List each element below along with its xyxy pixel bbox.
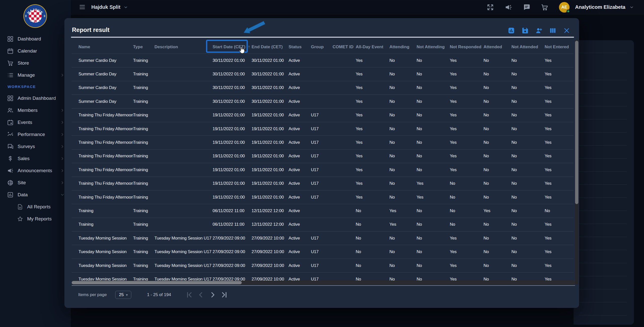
sidebar-item-performance[interactable]: Performance <box>0 128 71 141</box>
sidebar-item-announcements[interactable]: Announcements <box>0 165 71 177</box>
sidebar-item-dashboard[interactable]: Dashboard <box>0 33 71 45</box>
table-cell: Yes <box>545 195 574 200</box>
table-cell: Yes <box>389 222 417 227</box>
sidebar-item-surveys[interactable]: Surveys <box>0 141 71 153</box>
table-cell: No <box>484 195 511 200</box>
chart-button[interactable] <box>508 27 515 34</box>
last-page-button[interactable] <box>220 291 228 299</box>
table-row[interactable]: Tuesday Morning SessionTrainingTuesday M… <box>72 259 574 272</box>
add-person-button[interactable] <box>536 27 542 34</box>
menu-icon[interactable] <box>79 4 86 11</box>
column-header-not-attending[interactable]: Not Attending <box>417 44 450 50</box>
sidebar-item-manage[interactable]: Manage <box>0 69 71 81</box>
table-row[interactable]: Training Thu Friday AfternoonTraining19/… <box>72 163 574 176</box>
sidebar-item-data[interactable]: Data <box>0 189 71 201</box>
horizontal-scrollbar-thumb[interactable] <box>72 281 242 284</box>
table-cell: No <box>511 263 545 268</box>
table-cell: No <box>511 113 545 118</box>
column-header-group[interactable]: Group <box>311 44 333 50</box>
column-header-start-date-cet-[interactable]: Start Date (CET)↑ <box>213 44 252 50</box>
columns-button[interactable] <box>549 27 556 34</box>
vertical-scrollbar-thumb[interactable] <box>575 41 578 204</box>
table-cell: Training <box>133 222 154 227</box>
sidebar-item-my-reports[interactable]: My Reports <box>0 213 71 225</box>
column-header-not-entered[interactable]: Not Entered <box>545 44 574 50</box>
column-header-description[interactable]: Description <box>154 44 213 50</box>
table-cell: No <box>484 58 511 63</box>
chevron-right-icon <box>60 168 65 173</box>
table-row[interactable]: Summer Cardio DayTraining30/11/2022 01:0… <box>72 95 574 108</box>
column-header-all-day-event[interactable]: All-Day Event <box>356 44 389 50</box>
sidebar-item-calendar[interactable]: Calendar <box>0 45 71 57</box>
sidebar-item-admin-dashboard[interactable]: Admin Dashboard <box>0 92 71 104</box>
dollar-icon <box>7 155 14 162</box>
table-cell: No <box>484 222 511 227</box>
chat-icon[interactable] <box>523 4 530 11</box>
previous-page-button[interactable] <box>197 291 205 299</box>
column-header-not-attended[interactable]: Not Attended <box>511 44 545 50</box>
column-header-attending[interactable]: Attending <box>389 44 417 50</box>
table-row[interactable]: TrainingTraining06/11/2022 11:0012/11/20… <box>72 204 574 217</box>
sidebar-item-all-reports[interactable]: All Reports <box>0 201 71 213</box>
club-logo[interactable]: HAJDUK SPLIT <box>23 4 47 28</box>
page-size-select[interactable]: 25 ▾ <box>115 291 131 299</box>
close-button[interactable] <box>563 27 570 34</box>
top-bar: Hajduk Split AE Analyticom Elizabeta <box>71 0 644 14</box>
table-row[interactable]: Summer Cardio DayTraining30/11/2022 01:0… <box>72 81 574 95</box>
club-selector[interactable]: Hajduk Split <box>91 0 128 14</box>
column-header-type[interactable]: Type <box>133 44 154 50</box>
cart-icon[interactable] <box>541 4 548 11</box>
table-row[interactable]: Training Thu Friday AfternoonTraining19/… <box>72 149 574 163</box>
user-menu[interactable]: Analyticom Elizabeta <box>575 4 625 10</box>
table-row[interactable]: Training Thu Friday AfternoonTraining19/… <box>72 177 574 190</box>
table-row[interactable]: Training Thu Friday AfternoonTraining19/… <box>72 122 574 135</box>
user-avatar[interactable]: AE <box>559 2 570 13</box>
table-cell: 27/09/2022 09:00 <box>213 236 252 241</box>
sidebar-item-events[interactable]: Events <box>0 116 71 128</box>
table-cell: No <box>484 99 511 104</box>
table-cell: Training Thu Friday Afternoon <box>72 154 133 159</box>
table-row[interactable]: Tuesday Morning SessionTrainingTuesday M… <box>72 231 574 245</box>
table-row[interactable]: Tuesday Morning SessionTrainingTuesday M… <box>72 245 574 258</box>
sidebar-item-store[interactable]: Store <box>0 57 71 69</box>
fullscreen-icon[interactable] <box>487 4 494 11</box>
column-header-attended[interactable]: Attended <box>484 44 511 50</box>
column-header-name[interactable]: Name <box>72 44 133 50</box>
table-cell: U17 <box>311 277 333 281</box>
first-page-button[interactable] <box>186 291 193 299</box>
table-cell: No <box>417 113 450 118</box>
table-row[interactable]: Tuesday Morning SessionTrainingTuesday M… <box>72 272 574 281</box>
column-header-end-date-cet-[interactable]: End Date (CET) <box>252 44 289 50</box>
sort-asc-icon: ↑ <box>248 44 250 49</box>
megaphone-icon[interactable] <box>505 4 512 11</box>
save-button[interactable] <box>522 27 529 34</box>
table-cell: No <box>484 126 511 131</box>
table-cell: 19/11/2022 01:00 <box>252 113 289 118</box>
table-cell: No <box>450 222 484 227</box>
sidebar-item-sales[interactable]: Sales <box>0 153 71 165</box>
horizontal-scrollbar[interactable] <box>72 281 575 285</box>
column-header-status[interactable]: Status <box>289 44 311 50</box>
vertical-scrollbar[interactable] <box>575 40 578 285</box>
list-icon <box>7 72 14 78</box>
table-row[interactable]: TrainingTraining06/11/2022 11:0012/11/20… <box>72 218 574 231</box>
table-cell: No <box>389 236 417 241</box>
column-header-not-responded[interactable]: Not Responded <box>450 44 484 50</box>
table-row[interactable]: Summer Cardio DayTraining30/11/2022 01:0… <box>72 67 574 81</box>
chevron-right-icon <box>60 156 65 161</box>
table-row[interactable]: Summer Cardio DayTraining30/11/2022 01:0… <box>72 54 574 67</box>
table-row[interactable]: Training Thu Friday AfternoonTraining19/… <box>72 108 574 122</box>
table-row[interactable]: Training Thu Friday AfternoonTraining19/… <box>72 135 574 149</box>
sidebar-item-site[interactable]: Site <box>0 177 71 189</box>
sidebar-item-members[interactable]: Members <box>0 104 71 116</box>
background-row-divider <box>579 211 627 211</box>
next-page-button[interactable] <box>209 291 216 299</box>
table-cell: Active <box>289 99 311 104</box>
table-cell: No <box>511 195 545 200</box>
chevron-right-icon <box>60 180 65 185</box>
table-cell: Active <box>289 263 311 268</box>
background-row-divider <box>579 250 627 250</box>
topbar-actions: AE Analyticom Elizabeta <box>476 0 634 14</box>
column-header-comet-id[interactable]: COMET ID <box>333 44 356 50</box>
table-row[interactable]: Training Thu Friday AfternoonTraining19/… <box>72 190 574 204</box>
